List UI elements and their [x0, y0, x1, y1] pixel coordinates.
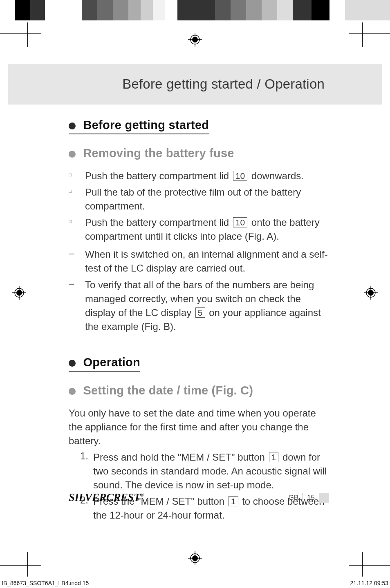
page-num: 15 — [307, 494, 315, 502]
crop-mark — [365, 553, 390, 553]
brand-part-b: CREST — [106, 491, 140, 503]
color-swatch — [231, 0, 246, 20]
crop-mark — [27, 552, 28, 577]
dash-bullet-icon — [69, 278, 85, 334]
list-item-text: Push the battery compartment lid 10 down… — [85, 169, 304, 183]
bullet-icon — [69, 388, 76, 395]
part-ref: 10 — [233, 171, 247, 181]
page-tab — [319, 493, 329, 503]
bullet-icon — [69, 122, 76, 129]
crop-mark — [349, 22, 349, 53]
numbered-list: 1. Press and hold the "MEM / SET" button… — [80, 450, 329, 522]
heading-text: Setting the date / time (Fig. C) — [83, 384, 253, 397]
datetime-meta: 21.11.12 09:53 — [350, 580, 388, 586]
heading-primary: Before getting started — [69, 118, 209, 134]
color-swatch — [0, 0, 15, 20]
list-item-text: Press and hold the "MEM / SET" button 1 … — [93, 450, 329, 492]
step-number: 1. — [80, 450, 93, 492]
section-header-text: Before getting started / Operation — [122, 76, 325, 92]
color-swatch — [128, 0, 141, 20]
registration-mark-icon — [188, 33, 202, 47]
bullet-icon — [69, 360, 76, 367]
list-item-text: When it is switched on, an internal alig… — [85, 247, 329, 275]
part-ref: 1 — [269, 452, 279, 462]
bullet-icon — [69, 151, 76, 158]
crop-mark — [349, 33, 390, 34]
crop-mark — [362, 552, 363, 577]
color-swatch — [45, 0, 82, 20]
page-footer: SILVERCREST® GB 15 — [69, 491, 329, 504]
heading-text: Removing the battery fuse — [83, 147, 234, 160]
heading-secondary: Removing the battery fuse — [69, 147, 329, 160]
color-swatch — [312, 0, 329, 20]
color-swatch — [153, 0, 165, 20]
color-swatch — [215, 0, 231, 20]
page: Before getting started / Operation Befor… — [0, 0, 390, 588]
color-swatch — [141, 0, 153, 20]
color-swatch — [277, 0, 293, 20]
color-swatch — [82, 0, 97, 20]
color-swatch — [246, 0, 262, 20]
color-swatch — [262, 0, 277, 20]
list-item: To verify that all of the bars of the nu… — [69, 278, 329, 334]
part-ref: 10 — [233, 217, 247, 227]
divider — [303, 493, 303, 502]
crop-mark — [349, 546, 349, 577]
file-meta: IB_86673_SSOT6A1_LB4.indd 15 — [2, 580, 89, 586]
color-swatch — [345, 0, 390, 20]
list-item-text: Pull the tab of the protective film out … — [85, 185, 329, 213]
list-item-text: Push the battery compartment lid 10 onto… — [85, 216, 329, 243]
square-bullet-icon — [69, 169, 85, 183]
crop-mark — [41, 22, 41, 53]
list-item: When it is switched on, an internal alig… — [69, 247, 329, 275]
text: downwards. — [249, 170, 304, 181]
color-swatch — [329, 0, 345, 20]
heading-primary: Operation — [69, 356, 140, 372]
content: Before getting started Removing the batt… — [69, 118, 329, 526]
crop-mark — [365, 46, 390, 46]
lang-code: GB — [289, 494, 299, 502]
registered-icon: ® — [140, 492, 144, 498]
text: Press and hold the "MEM / SET" button — [93, 452, 268, 463]
list-item: Pull the tab of the protective film out … — [69, 185, 329, 213]
color-swatch — [293, 0, 312, 20]
crop-mark — [362, 22, 363, 47]
color-swatch — [97, 0, 113, 20]
crop-mark — [0, 565, 41, 566]
crop-mark — [349, 565, 390, 566]
color-swatch — [113, 0, 128, 20]
part-ref: 5 — [195, 307, 205, 318]
dash-bullet-icon — [69, 247, 85, 275]
heading-secondary: Setting the date / time (Fig. C) — [69, 384, 329, 397]
color-swatch — [15, 0, 30, 20]
square-bullet-icon — [69, 185, 85, 213]
text: Push the battery compartment lid — [85, 217, 232, 228]
list-item: Push the battery compartment lid 10 onto… — [69, 216, 329, 243]
crop-mark — [0, 33, 41, 34]
crop-mark — [0, 46, 25, 46]
color-bar — [0, 0, 390, 20]
crop-mark — [27, 22, 28, 47]
page-number: GB 15 — [289, 493, 329, 503]
brand-part-a: SILVER — [69, 491, 106, 503]
registration-mark-icon — [188, 551, 202, 565]
dash-list: When it is switched on, an internal alig… — [69, 247, 329, 333]
registration-mark-icon — [12, 286, 26, 300]
list-item-text: To verify that all of the bars of the nu… — [85, 278, 329, 334]
color-swatch — [30, 0, 45, 20]
square-list: Push the battery compartment lid 10 down… — [69, 169, 329, 243]
color-swatch — [165, 0, 177, 20]
paragraph: You only have to set the date and time w… — [69, 406, 329, 448]
heading-text: Operation — [83, 356, 140, 369]
list-item: Push the battery compartment lid 10 down… — [69, 169, 329, 183]
color-swatch — [177, 0, 215, 20]
section-header: Before getting started / Operation — [8, 64, 382, 105]
text: Push the battery compartment lid — [85, 170, 232, 181]
crop-mark — [0, 553, 25, 553]
list-item: 1. Press and hold the "MEM / SET" button… — [80, 450, 329, 492]
square-bullet-icon — [69, 216, 85, 243]
registration-mark-icon — [364, 286, 378, 300]
brand-logo: SILVERCREST® — [69, 491, 144, 504]
crop-mark — [41, 546, 41, 577]
heading-text: Before getting started — [83, 118, 209, 131]
